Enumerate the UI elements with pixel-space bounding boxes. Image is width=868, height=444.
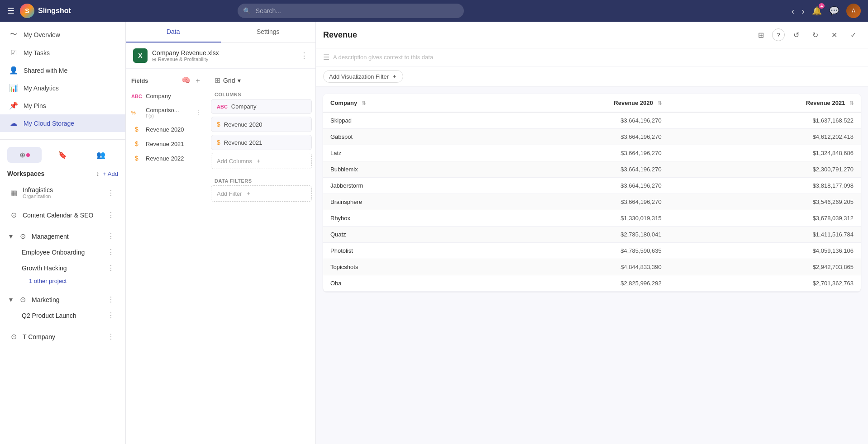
sidebar-item-label-overview: My Overview: [24, 31, 60, 38]
cell-revenue2021: $2,300,791,270: [669, 161, 861, 178]
grid-view-button[interactable]: ⊞: [753, 27, 768, 43]
column-chip-revenue2021[interactable]: $Revenue 2021: [211, 135, 312, 150]
workspace-icon-t-company: ⊙: [9, 332, 18, 341]
workspace-icon-infragistics: ▦: [9, 189, 18, 197]
sort-revenue2020-icon[interactable]: ⇅: [658, 100, 662, 106]
overview-nav-icon: 〜: [9, 30, 18, 39]
workspace-row-t-company[interactable]: ⊙ T Company ⋮: [7, 329, 118, 345]
table-row: Rhybox $1,330,019,315 $3,678,039,312: [323, 210, 861, 227]
field-item-comparison[interactable]: % Compariso... F(x) ⋮: [126, 103, 207, 122]
column-chip-revenue2020[interactable]: $Revenue 2020: [211, 117, 312, 132]
check-button[interactable]: ✓: [845, 27, 861, 43]
sort-company-icon[interactable]: ⇅: [362, 100, 366, 106]
col-revenue2021[interactable]: Revenue 2021 ⇅: [669, 94, 861, 112]
cell-revenue2021: $1,411,516,784: [669, 227, 861, 243]
workspace-content-calendar: ⊙ Content Calendar & SEO ⋮: [0, 204, 125, 226]
nav-forward-button[interactable]: ›: [801, 6, 805, 16]
viz-description-placeholder: A description gives context to this data: [333, 54, 861, 61]
help-button[interactable]: ?: [772, 28, 785, 41]
sidebar-item-analytics[interactable]: 📊 My Analytics: [0, 79, 125, 97]
col-revenue2020[interactable]: Revenue 2020 ⇅: [477, 94, 668, 112]
sidebar-item-shared[interactable]: 👤 Shared with Me: [0, 61, 125, 79]
workspace-name-t-company: T Company: [23, 333, 101, 340]
sub-item-more-growth-hacking[interactable]: ⋮: [105, 263, 116, 273]
workspace-child-q2-launch[interactable]: Q2 Product Launch ⋮: [7, 307, 118, 323]
workspace-child-growth-hacking[interactable]: Growth Hacking ⋮: [7, 260, 118, 276]
add-visualization-filter-button[interactable]: Add Visualization Filter ＋: [323, 70, 403, 83]
excel-icon: X: [133, 48, 148, 63]
sidebar-item-tasks[interactable]: ☑ My Tasks: [0, 44, 125, 61]
cell-revenue2021: $4,059,136,106: [669, 243, 861, 259]
field-name-revenue2020: Revenue 2020: [146, 126, 201, 133]
sidebar-item-cloud[interactable]: ☁ My Cloud Storage: [0, 114, 125, 132]
cell-revenue2020: $2,785,180,041: [477, 227, 668, 243]
sidebar-item-overview[interactable]: 〜 My Overview: [0, 25, 125, 44]
workspace-management: ▾ ⊙ Management ⋮ Employee Onboarding ⋮ G…: [0, 226, 125, 289]
nav-back-button[interactable]: ‹: [792, 6, 795, 16]
sort-button[interactable]: ↕: [96, 170, 99, 177]
fields-section: Fields 🧠 ＋ ABC Company % Compariso... F(…: [126, 69, 315, 444]
table-row: Photolist $4,785,590,635 $4,059,136,106: [323, 243, 861, 259]
sidebar-tabs: ⊕ 🔖 👥: [0, 143, 125, 166]
field-more-comparison[interactable]: ⋮: [195, 109, 201, 116]
add-filter-button[interactable]: Add Filter ＋: [211, 185, 312, 202]
menu-icon[interactable]: ☰: [7, 6, 14, 16]
workspace-child-employee-onboarding[interactable]: Employee Onboarding ⋮: [7, 244, 118, 260]
add-workspace-button[interactable]: + Add: [103, 170, 118, 177]
workspace-row-infragistics[interactable]: ▦ Infragistics Organization ⋮: [7, 184, 118, 202]
visualization-panel: Revenue ⊞ ? ↺ ↻ ✕ ✓: [316, 22, 868, 444]
data-source-more-button[interactable]: ⋮: [300, 51, 308, 61]
sub-item-more-employee-onboarding[interactable]: ⋮: [105, 247, 116, 257]
cell-company: Topicshots: [323, 259, 477, 275]
field-item-revenue2021[interactable]: $ Revenue 2021: [126, 137, 207, 151]
chip-name-revenue2020: Revenue 2020: [224, 121, 306, 128]
field-name-company: Company: [146, 93, 201, 99]
tab-data[interactable]: Data: [126, 22, 221, 43]
field-item-revenue2022[interactable]: $ Revenue 2022: [126, 151, 207, 165]
notifications-button[interactable]: 🔔 4: [812, 6, 822, 16]
add-columns-button[interactable]: Add Columns ＋: [211, 153, 312, 169]
sort-revenue2021-icon[interactable]: ⇅: [849, 100, 854, 106]
workspace-more-infragistics[interactable]: ⋮: [105, 188, 116, 198]
table-row: Skippad $3,664,196,270 $1,637,168,522: [323, 112, 861, 129]
workspace-more-management[interactable]: ⋮: [105, 231, 116, 241]
workspace-row-content-calendar[interactable]: ⊙ Content Calendar & SEO ⋮: [7, 207, 118, 223]
sub-item-more-q2-launch[interactable]: ⋮: [105, 310, 116, 321]
other-projects-management[interactable]: 1 other project: [7, 276, 118, 286]
workspace-row-management[interactable]: ▾ ⊙ Management ⋮: [7, 228, 118, 244]
fields-add-icon[interactable]: ＋: [194, 76, 201, 85]
field-item-company[interactable]: ABC Company: [126, 89, 207, 103]
field-item-revenue2020[interactable]: $ Revenue 2020: [126, 122, 207, 137]
sidebar-item-pins[interactable]: 📌 My Pins: [0, 97, 125, 114]
messages-button[interactable]: 💬: [829, 6, 839, 16]
table-row: Gabspot $3,664,196,270 $4,612,202,418: [323, 129, 861, 145]
sidebar-tab-bookmark[interactable]: 🔖: [45, 147, 80, 163]
workspace-more-content-calendar[interactable]: ⋮: [105, 210, 116, 220]
workspace-more-marketing[interactable]: ⋮: [105, 294, 116, 305]
close-button[interactable]: ✕: [826, 27, 842, 43]
cell-revenue2020: $1,330,019,315: [477, 210, 668, 227]
redo-button[interactable]: ↻: [807, 27, 823, 43]
workspace-row-marketing[interactable]: ▾ ⊙ Marketing ⋮: [7, 292, 118, 307]
bookmark-icon: 🔖: [58, 151, 67, 159]
undo-button[interactable]: ↺: [788, 27, 804, 43]
grid-selector[interactable]: ⊞ Grid ▾: [211, 72, 312, 88]
shared-nav-icon: 👤: [9, 66, 18, 75]
columns-label: COLUMNS: [211, 88, 312, 99]
tab-settings[interactable]: Settings: [221, 22, 316, 43]
chip-type-dollar: $: [217, 139, 220, 146]
chevron-down-icon: ▾: [238, 77, 241, 84]
search-input[interactable]: [238, 4, 464, 18]
col-company[interactable]: Company ⇅: [323, 94, 477, 112]
workspace-more-t-company[interactable]: ⋮: [105, 331, 116, 342]
fields-brain-icon[interactable]: 🧠: [181, 76, 191, 85]
field-name-revenue2022: Revenue 2022: [146, 155, 201, 162]
cell-company: Gabspot: [323, 129, 477, 145]
column-chip-company[interactable]: ABCCompany: [211, 99, 312, 114]
search-bar: 🔍: [238, 4, 464, 18]
field-type-dollar: $: [131, 126, 142, 133]
table-row: Topicshots $4,844,833,390 $2,942,703,865: [323, 259, 861, 275]
sidebar-tab-people[interactable]: 👥: [84, 147, 118, 163]
sidebar-tab-layers[interactable]: ⊕: [7, 147, 42, 163]
avatar[interactable]: A: [846, 4, 861, 18]
